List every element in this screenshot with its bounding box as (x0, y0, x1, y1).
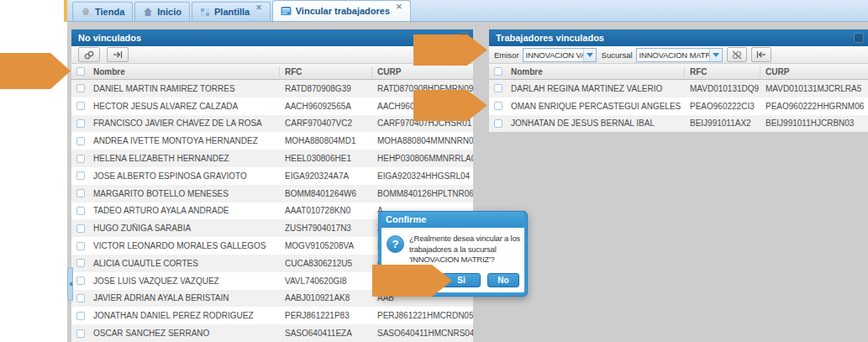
chevron-down-icon[interactable] (583, 49, 596, 61)
tab-label: Tienda (95, 7, 124, 17)
arrow-linked-row-icon (413, 90, 487, 121)
row-checkbox[interactable] (76, 329, 85, 338)
row-checkbox[interactable] (76, 312, 85, 320)
cell-nombre: JOSE ALBERTO ESPINOSA GRAVIOTO (88, 171, 280, 181)
row-checkbox[interactable] (76, 171, 85, 180)
emisor-select[interactable]: INNOVACION VALOR (523, 48, 597, 62)
right-toolbar: Emisor INNOVACION VALOR Sucursal INNOVAC… (489, 46, 868, 64)
table-row[interactable]: JONATHAN DANIEL PEREZ RODRIGUEZ PERJ8612… (71, 307, 473, 324)
question-icon: ? (387, 235, 404, 253)
cell-nombre: OSCAR SANCHEZ SERRANO (88, 329, 280, 338)
cell-rfc: PEAO960222CI3 (685, 102, 760, 111)
arrow-left-bar-icon (756, 50, 766, 59)
tab-plantilla[interactable]: Plantilla ✕ (192, 2, 271, 21)
row-checkbox[interactable] (76, 155, 85, 163)
table-row[interactable]: OSCAR SANCHEZ SERRANO SASO640411EZA SASO… (71, 324, 473, 342)
cell-curp: BOMM840126HPLTNR06 (372, 189, 473, 198)
table-row[interactable]: DARLAH REGINA MARTINEZ VALERIO MAVD01013… (489, 80, 868, 97)
cell-curp: SASO640411HMCNRS04 (372, 329, 473, 338)
row-checkbox[interactable] (76, 207, 85, 215)
select-all-checkbox[interactable] (494, 67, 502, 76)
cell-rfc: MAVD010131DQ9 (685, 84, 760, 93)
right-table-header: Nombre RFC CURP (489, 64, 868, 80)
move-left-button[interactable] (751, 47, 771, 62)
panel-title: No vinculados (78, 33, 141, 43)
chevron-down-icon[interactable] (709, 49, 722, 61)
tab-tienda[interactable]: Tienda (72, 2, 133, 21)
tab-inicio[interactable]: Inicio (134, 2, 190, 21)
cell-rfc: AABJ010921AK8 (280, 293, 372, 303)
column-header-nombre[interactable]: Nombre (88, 66, 280, 77)
table-row[interactable]: JONHATAN DE JESUS BERNAL IBAL BEIJ991011… (489, 115, 868, 133)
cell-curp: BEIJ991011HJCRBN03 (760, 118, 866, 128)
dialog-title[interactable]: Confirme (381, 212, 524, 228)
row-checkbox[interactable] (494, 119, 502, 128)
panel-collapse-button[interactable] (854, 33, 864, 43)
row-checkbox[interactable] (494, 102, 502, 110)
column-header-curp[interactable]: CURP (372, 66, 473, 77)
cell-nombre: JAVIER ADRIAN AYALA BERISTAIN (88, 293, 280, 303)
row-checkbox[interactable] (76, 242, 85, 250)
cell-rfc: AACH96092565A (280, 102, 372, 111)
cell-rfc: ZUSH7904017N3 (280, 224, 372, 233)
table-row[interactable]: JOSE ALBERTO ESPINOSA GRAVIOTO EIGA92032… (71, 167, 473, 185)
cell-rfc: CUCA8306212U5 (280, 259, 372, 268)
row-checkbox[interactable] (76, 259, 85, 267)
row-checkbox[interactable] (76, 224, 85, 233)
tab-vincular-trabajadores[interactable]: Vincular trabajadores ✕ (272, 0, 411, 21)
emisor-value: INNOVACION VALOR (523, 50, 583, 60)
tab-label: Vincular trabajadores (296, 6, 390, 16)
tab-close-icon[interactable]: ✕ (396, 3, 402, 11)
row-checkbox[interactable] (76, 294, 85, 303)
row-checkbox[interactable] (76, 276, 85, 285)
emisor-label: Emisor (494, 50, 519, 60)
panel-title: Trabajadores vinculados (496, 33, 604, 43)
select-all-checkbox[interactable] (76, 67, 85, 76)
table-row[interactable]: HELENA ELIZABETH HERNANDEZ HEEL030806HE1… (71, 150, 473, 167)
column-header-nombre[interactable]: Nombre (506, 66, 685, 77)
row-checkbox[interactable] (76, 137, 85, 145)
unlink-icon (731, 50, 743, 60)
link-workers-button[interactable] (78, 47, 100, 62)
tab-close-icon[interactable]: ✕ (255, 3, 262, 12)
column-header-curp[interactable]: CURP (760, 66, 866, 77)
dialog-buttons: Si No (442, 273, 519, 287)
cell-rfc: RATD870908G39 (280, 84, 372, 93)
unlink-workers-button[interactable] (727, 47, 747, 62)
home-icon (143, 7, 153, 17)
cell-nombre: JOSE LUIS VAZQUEZ VAZQUEZ (88, 276, 280, 286)
arrow-emisor-icon (413, 34, 487, 66)
sucursal-value: INNOVACION MATRIZ (637, 50, 709, 60)
row-checkbox[interactable] (76, 119, 85, 128)
cell-nombre: MARGARITO BOTELLO MENESES (88, 189, 280, 198)
table-row[interactable]: MARGARITO BOTELLO MENESES BOMM8401264W6 … (71, 185, 473, 203)
cell-nombre: VICTOR LEONARDO MORALES GALLEGOS (88, 241, 280, 250)
panel-trabajadores-vinculados: Trabajadores vinculados Emisor INNOVACIO… (489, 29, 868, 342)
cell-curp: PERJ861221HMCRDN05 (372, 311, 473, 320)
move-right-button[interactable] (107, 47, 129, 62)
tab-bar: Tienda Inicio Plantilla ✕ Vincular traba… (67, 0, 868, 22)
cell-rfc: MOGV9105208VA (280, 241, 372, 250)
cell-nombre: HELENA ELIZABETH HERNANDEZ (88, 154, 280, 163)
row-checkbox[interactable] (76, 84, 85, 92)
row-checkbox[interactable] (76, 102, 85, 110)
cell-nombre: HUGO ZUÑIGA SARABIA (88, 224, 280, 233)
cell-nombre: FRANCISCO JAVIER CHAVEZ DE LA ROSA (88, 118, 280, 128)
table-row[interactable]: ANDREA IVETTE MONTOYA HERNANDEZ MOHA8808… (71, 132, 473, 150)
cell-curp: MOHA880804MMNNRN03 (372, 136, 473, 145)
column-header-rfc[interactable]: RFC (685, 66, 760, 77)
no-button[interactable]: No (487, 273, 519, 287)
right-table-body: DARLAH REGINA MARTINEZ VALERIO MAVD01013… (489, 80, 868, 132)
row-checkbox[interactable] (494, 84, 502, 92)
sucursal-select[interactable]: INNOVACION MATRIZ (636, 48, 723, 62)
cell-curp: EIGA920324HHGSRL04 (372, 171, 473, 181)
table-row[interactable]: OMAN ENRIQUE PERCASTEGUI ANGELES PEAO960… (489, 97, 868, 115)
cell-nombre: OMAN ENRIQUE PERCASTEGUI ANGELES (506, 102, 685, 111)
row-checkbox[interactable] (76, 189, 85, 197)
column-header-rfc[interactable]: RFC (280, 66, 372, 77)
panel-collapse-handle[interactable] (67, 267, 73, 301)
template-icon (200, 7, 210, 17)
cell-rfc: HEEL030806HE1 (280, 154, 372, 163)
cell-rfc: EIGA920324A7A (280, 171, 372, 181)
cell-nombre: HECTOR JESUS ALVAREZ CALZADA (88, 102, 280, 111)
